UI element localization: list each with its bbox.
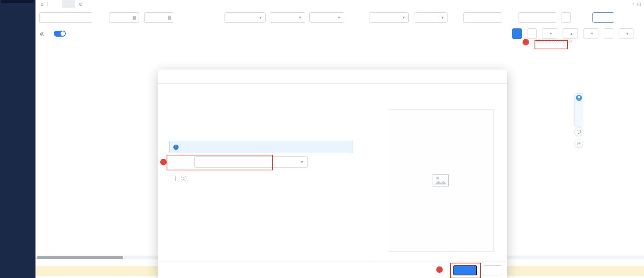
toolbar-left: ◎ xyxy=(40,28,69,39)
chevron-down-icon: ▼ xyxy=(298,160,304,164)
chevron-down-icon: ▼ xyxy=(439,16,444,19)
print-button[interactable]: ▲ xyxy=(563,28,578,39)
tab-history-icon[interactable]: ⊙ xyxy=(79,1,83,7)
dialog-footer-divider xyxy=(158,262,507,262)
advanced-search-button[interactable] xyxy=(561,12,571,23)
product-input[interactable] xyxy=(518,12,556,23)
fullscreen-icon[interactable]: ▢ xyxy=(637,1,641,6)
print-dropdown-menu xyxy=(536,40,572,42)
date-from-input[interactable]: ▦ xyxy=(109,12,139,23)
chat-icon xyxy=(577,130,581,133)
preview-checkbox-row: ? xyxy=(170,176,186,181)
add-button[interactable] xyxy=(512,28,522,39)
horizontal-scrollbar-thumb[interactable] xyxy=(37,256,123,259)
tab-bar: ⌂ ⊙ ↑ ▢ xyxy=(35,0,644,8)
home-icon[interactable]: ⌂ xyxy=(41,1,44,7)
chevron-down-icon: ▼ xyxy=(257,16,262,19)
window-controls: ↑ ▢ xyxy=(632,1,641,6)
annotation-badge-3 xyxy=(436,266,443,273)
tab-divider xyxy=(47,2,48,6)
template-select[interactable]: ▼ xyxy=(194,156,308,168)
print-settings-dialog: ! ▼ ? xyxy=(158,70,507,278)
bulb-icon xyxy=(576,95,582,101)
sidebar-top-banner xyxy=(1,0,34,3)
target-icon: ◎ xyxy=(577,141,581,146)
return-status-select[interactable]: ▼ xyxy=(415,12,448,23)
annotation-badge-2 xyxy=(160,159,167,165)
confirm-settings-button[interactable] xyxy=(453,265,477,275)
delete-button[interactable] xyxy=(604,28,613,39)
query-button[interactable] xyxy=(592,12,614,23)
dialog-title xyxy=(158,70,507,84)
chevron-down-icon: ▼ xyxy=(400,16,405,19)
chevron-down-icon: ▼ xyxy=(296,16,302,19)
annotation-badge-1 xyxy=(523,39,529,45)
export-by-route-button[interactable] xyxy=(527,28,537,39)
toolbar-right: ▼ ▲ ▼ ▼ xyxy=(512,28,634,39)
service-button[interactable]: ◎ xyxy=(575,139,583,148)
search-input[interactable] xyxy=(43,15,89,21)
notice-banner: ! xyxy=(169,141,353,153)
column-settings-icon[interactable]: ◎ xyxy=(40,31,44,37)
page-help-tab[interactable] xyxy=(575,93,583,126)
tab-guide[interactable] xyxy=(52,0,62,8)
show-preview-checkbox[interactable] xyxy=(170,176,176,181)
cancel-button[interactable] xyxy=(483,265,502,275)
sidebar xyxy=(0,0,35,278)
tab-sales-records[interactable] xyxy=(62,0,75,8)
feedback-button[interactable] xyxy=(575,127,583,136)
match-status-select[interactable]: ▼ xyxy=(309,12,344,23)
chevron-down-icon: ▼ xyxy=(588,32,594,35)
view-detail-toggle[interactable] xyxy=(54,31,66,37)
warehouse-input[interactable] xyxy=(463,12,502,23)
info-icon: ! xyxy=(173,145,179,150)
audit-button[interactable]: ▼ xyxy=(542,28,557,39)
app-window: ⌂ ⊙ ↑ ▢ ▦ ▦ ▼ ▼ ▼ ▼ xyxy=(0,0,644,278)
image-placeholder-icon xyxy=(433,174,449,188)
date-to-input[interactable]: ▦ xyxy=(144,12,174,23)
question-icon[interactable]: ? xyxy=(181,176,186,181)
scroll-top-icon[interactable]: ↑ xyxy=(632,1,634,6)
salesperson-select[interactable]: ▼ xyxy=(225,12,266,23)
audit-status-select[interactable]: ▼ xyxy=(369,12,409,23)
search-input-box[interactable] xyxy=(39,12,92,23)
calendar-icon: ▦ xyxy=(168,15,171,20)
match-button[interactable]: ▼ xyxy=(619,28,634,39)
chevron-down-icon: ▼ xyxy=(335,16,341,19)
chevron-down-icon: ▼ xyxy=(547,32,552,35)
chevron-down-icon: ▼ xyxy=(623,32,629,35)
payment-status-select[interactable]: ▼ xyxy=(270,12,305,23)
import-button[interactable]: ▼ xyxy=(583,28,598,39)
chevron-up-icon: ▲ xyxy=(567,32,573,35)
dialog-divider xyxy=(372,84,372,262)
preview-panel xyxy=(388,109,494,252)
calendar-icon: ▦ xyxy=(133,15,136,20)
